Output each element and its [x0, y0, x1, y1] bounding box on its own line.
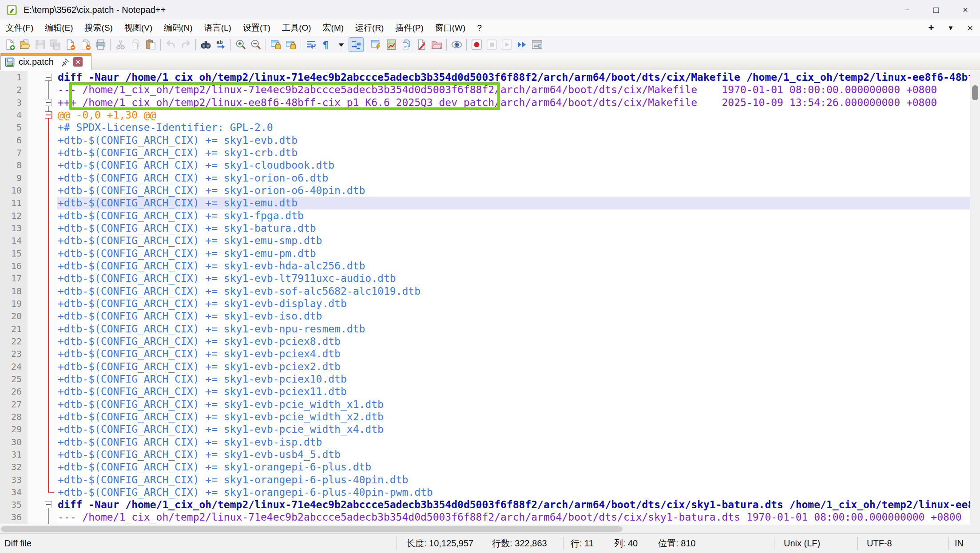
close-all-button[interactable]	[78, 37, 93, 52]
code-text[interactable]: +dtb-$(CONFIG_ARCH_CIX) += sky1-evb-pcie…	[57, 360, 970, 373]
code-text[interactable]: +dtb-$(CONFIG_ARCH_CIX) += sky1-evb-pcie…	[57, 423, 970, 435]
indent-guide-button[interactable]	[349, 37, 364, 52]
line-number[interactable]: 34	[0, 486, 28, 498]
line-number[interactable]: 29	[0, 423, 28, 435]
minimize-button[interactable]: −	[892, 0, 921, 20]
undo-button[interactable]	[163, 37, 178, 52]
line-number[interactable]: 12	[0, 209, 28, 222]
line-number[interactable]: 2	[0, 83, 28, 96]
code-text[interactable]: +dtb-$(CONFIG_ARCH_CIX) += sky1-evb-iso.…	[57, 310, 970, 322]
editor[interactable]: 1diff -Naur /home/1_cix_oh/temp2/linux-7…	[0, 70, 970, 525]
zoom-in-button[interactable]	[233, 37, 248, 52]
print-button[interactable]	[93, 37, 108, 52]
save-all-button[interactable]	[48, 37, 63, 52]
code-text[interactable]: +dtb-$(CONFIG_ARCH_CIX) += sky1-orangepi…	[57, 474, 970, 486]
sync-vertical-button[interactable]	[268, 37, 283, 52]
open-file-button[interactable]	[17, 37, 32, 52]
code-text[interactable]: +dtb-$(CONFIG_ARCH_CIX) += sky1-orangepi…	[57, 486, 970, 498]
close-button[interactable]: ×	[951, 0, 980, 20]
menu-item-run[interactable]: 运行(R)	[349, 20, 389, 36]
zoom-out-button[interactable]	[248, 37, 263, 52]
line-number[interactable]: 9	[0, 172, 28, 184]
save-button[interactable]	[32, 37, 48, 52]
line-number[interactable]: 3	[0, 96, 28, 109]
line-number[interactable]: 21	[0, 323, 28, 335]
replace-button[interactable]: ab	[213, 37, 228, 52]
paste-button[interactable]	[143, 37, 158, 52]
menu-item-encoding[interactable]: 编码(N)	[158, 20, 198, 36]
code-text[interactable]: +dtb-$(CONFIG_ARCH_CIX) += sky1-evb.dtb	[57, 134, 970, 146]
run-macro-multiple-button[interactable]	[514, 37, 529, 52]
save-macro-button[interactable]	[529, 37, 544, 52]
code-text[interactable]: +dtb-$(CONFIG_ARCH_CIX) += sky1-evb-npu-…	[57, 323, 970, 335]
code-text[interactable]: +dtb-$(CONFIG_ARCH_CIX) += sky1-evb-pcie…	[57, 335, 970, 348]
menu-item-tools[interactable]: 工具(O)	[276, 20, 317, 36]
code-text[interactable]: +# SPDX-License-Identifier: GPL-2.0	[57, 121, 970, 134]
vertical-scrollbar-thumb[interactable]	[972, 85, 978, 100]
close-button[interactable]	[63, 37, 78, 52]
line-number[interactable]: 4	[0, 109, 28, 121]
code-text[interactable]: +dtb-$(CONFIG_ARCH_CIX) += sky1-evb-pcie…	[57, 348, 970, 360]
code-text[interactable]: +dtb-$(CONFIG_ARCH_CIX) += sky1-evb-lt79…	[57, 272, 970, 284]
line-number[interactable]: 30	[0, 436, 28, 448]
code-text[interactable]: +dtb-$(CONFIG_ARCH_CIX) += sky1-emu.dtb	[57, 197, 970, 209]
line-number[interactable]: 15	[0, 247, 28, 260]
code-text[interactable]: +dtb-$(CONFIG_ARCH_CIX) += sky1-evb-pcie…	[57, 373, 970, 385]
copy-button[interactable]	[128, 37, 143, 52]
close-tab-button[interactable]: ×	[960, 20, 980, 36]
code-text[interactable]: +dtb-$(CONFIG_ARCH_CIX) += sky1-emu-pm.d…	[57, 247, 970, 260]
code-text[interactable]: --- /home/1_cix_oh/temp2/linux-71e4ec9b2…	[57, 511, 970, 523]
line-number[interactable]: 19	[0, 297, 28, 310]
code-text[interactable]: +dtb-$(CONFIG_ARCH_CIX) += sky1-fpga.dtb	[57, 209, 970, 222]
code-text[interactable]: +dtb-$(CONFIG_ARCH_CIX) += sky1-orangepi…	[57, 461, 970, 473]
menu-item-search[interactable]: 搜索(S)	[79, 20, 119, 36]
redo-button[interactable]	[178, 37, 193, 52]
new-file-button[interactable]	[2, 37, 17, 52]
fold-collapse-box[interactable]	[45, 99, 52, 106]
code-text[interactable]: +dtb-$(CONFIG_ARCH_CIX) += sky1-evb-pcie…	[57, 385, 970, 398]
code-text[interactable]: +dtb-$(CONFIG_ARCH_CIX) += sky1-evb-disp…	[57, 297, 970, 310]
code-text[interactable]: +dtb-$(CONFIG_ARCH_CIX) += sky1-evb-isp.…	[57, 436, 970, 448]
line-number[interactable]: 35	[0, 498, 28, 511]
show-all-characters-button[interactable]: ¶	[318, 37, 333, 52]
fold-margin[interactable]	[28, 71, 57, 83]
caret-down-button[interactable]	[333, 37, 349, 52]
line-number[interactable]: 27	[0, 398, 28, 411]
code-text[interactable]: +dtb-$(CONFIG_ARCH_CIX) += sky1-evb-sof-…	[57, 285, 970, 297]
maximize-button[interactable]: □	[921, 0, 951, 20]
code-text[interactable]: +dtb-$(CONFIG_ARCH_CIX) += sky1-batura.d…	[57, 222, 970, 234]
menu-item-window[interactable]: 窗口(W)	[429, 20, 472, 36]
code-text[interactable]: +dtb-$(CONFIG_ARCH_CIX) += sky1-cloudboo…	[57, 159, 970, 171]
code-text[interactable]: diff -Naur /home/1_cix_oh/temp2/linux-71…	[57, 498, 970, 511]
stop-macro-button[interactable]	[484, 37, 499, 52]
sync-horizontal-button[interactable]	[283, 37, 298, 52]
tab-cix-patch[interactable]: cix.patch ✕	[0, 53, 91, 70]
line-number[interactable]: 16	[0, 260, 28, 272]
code-text[interactable]: +dtb-$(CONFIG_ARCH_CIX) += sky1-orion-o6…	[57, 184, 970, 197]
line-number[interactable]: 17	[0, 272, 28, 284]
line-number[interactable]: 6	[0, 134, 28, 146]
menu-item-file[interactable]: 文件(F)	[0, 20, 39, 36]
document-list-button[interactable]	[399, 37, 414, 52]
line-number[interactable]: 20	[0, 310, 28, 322]
line-number[interactable]: 10	[0, 184, 28, 197]
play-macro-button[interactable]	[499, 37, 514, 52]
line-number[interactable]: 26	[0, 385, 28, 398]
code-text[interactable]: +dtb-$(CONFIG_ARCH_CIX) += sky1-crb.dtb	[57, 146, 970, 159]
cut-button[interactable]	[113, 37, 128, 52]
vertical-scrollbar[interactable]	[970, 70, 980, 533]
line-number[interactable]: 36	[0, 511, 28, 523]
line-number[interactable]: 18	[0, 285, 28, 297]
line-number[interactable]: 8	[0, 159, 28, 171]
preview-button[interactable]	[449, 37, 464, 52]
word-wrap-button[interactable]	[303, 37, 318, 52]
record-macro-button[interactable]	[469, 37, 484, 52]
code-text[interactable]: +dtb-$(CONFIG_ARCH_CIX) += sky1-evb-hda-…	[57, 260, 970, 272]
code-text[interactable]: +dtb-$(CONFIG_ARCH_CIX) += sky1-evb-pcie…	[57, 398, 970, 411]
line-number[interactable]: 1	[0, 71, 28, 83]
line-number[interactable]: 22	[0, 335, 28, 348]
menu-item-view[interactable]: 视图(V)	[119, 20, 158, 36]
fold-margin[interactable]	[28, 109, 57, 121]
menu-item-edit[interactable]: 编辑(E)	[39, 20, 79, 36]
function-list-button[interactable]	[369, 37, 384, 52]
